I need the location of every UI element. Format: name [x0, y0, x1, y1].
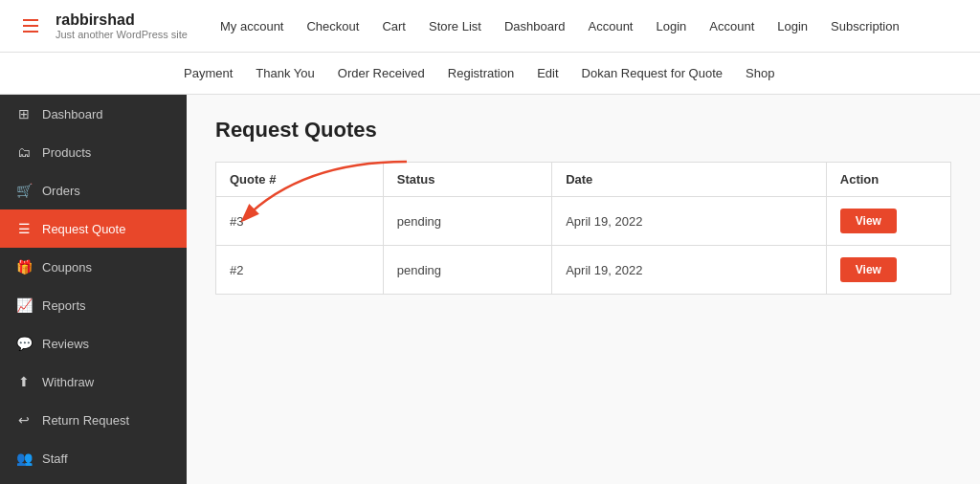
quote-status: pending: [383, 246, 551, 295]
sidebar-item-reviews[interactable]: 💬 Reviews: [0, 324, 187, 363]
nav-dashboard[interactable]: Dashboard: [493, 13, 577, 39]
sidebar: ⊞ Dashboard 🗂 Products 🛒 Orders ☰ Reques…: [0, 95, 187, 484]
view-button-1[interactable]: View: [840, 209, 897, 233]
page-title: Request Quotes: [215, 118, 951, 143]
table-row: #2 pending April 19, 2022 View: [216, 246, 951, 295]
request-quote-icon: ☰: [15, 221, 33, 236]
quote-date: April 19, 2022: [552, 197, 827, 246]
site-logo: rabbirshad Just another WordPress site: [19, 0, 209, 52]
second-nav: Payment Thank You Order Received Registr…: [0, 52, 980, 94]
sidebar-label-coupons: Coupons: [42, 260, 92, 275]
col-header-action: Action: [826, 163, 950, 197]
nav-thank-you[interactable]: Thank You: [244, 60, 325, 86]
quote-date: April 19, 2022: [552, 246, 827, 295]
sidebar-label-products: Products: [42, 145, 91, 160]
quote-action: View: [826, 246, 950, 295]
quote-number: #3: [216, 197, 384, 246]
sidebar-item-reports[interactable]: 📈 Reports: [0, 286, 187, 324]
nav-my-account[interactable]: My account: [209, 13, 295, 39]
products-icon: 🗂: [15, 144, 33, 160]
sidebar-item-staff[interactable]: 👥 Staff: [0, 439, 187, 477]
sidebar-label-dashboard: Dashboard: [42, 107, 103, 121]
sidebar-item-return-request[interactable]: ↩ Return Request: [0, 401, 187, 439]
hamburger-icon[interactable]: [19, 19, 42, 33]
top-nav: My account Checkout Cart Store List Dash…: [209, 6, 911, 47]
nav-subscription[interactable]: Subscription: [819, 13, 911, 39]
nav-account-1[interactable]: Account: [577, 13, 645, 39]
nav-order-received[interactable]: Order Received: [326, 60, 436, 86]
nav-cart[interactable]: Cart: [370, 13, 417, 39]
site-name: rabbirshad: [56, 11, 209, 29]
sidebar-label-staff: Staff: [42, 451, 68, 466]
sidebar-item-products[interactable]: 🗂 Products: [0, 133, 187, 171]
nav-payment[interactable]: Payment: [172, 60, 244, 86]
main-content: Request Quotes Quote # Status Date Actio…: [187, 95, 980, 484]
sidebar-label-return-request: Return Request: [42, 413, 129, 428]
sidebar-item-orders[interactable]: 🛒 Orders: [0, 171, 187, 209]
nav-shop[interactable]: Shop: [734, 60, 786, 86]
quotes-table: Quote # Status Date Action #3 pending Ap…: [215, 162, 951, 295]
sidebar-label-orders: Orders: [42, 184, 80, 198]
sidebar-item-withdraw[interactable]: ⬆ Withdraw: [0, 363, 187, 401]
quote-status: pending: [383, 197, 551, 246]
nav-account-2[interactable]: Account: [698, 13, 766, 39]
nav-store-list[interactable]: Store List: [417, 13, 493, 39]
nav-login-1[interactable]: Login: [644, 13, 698, 39]
sidebar-label-reviews: Reviews: [42, 337, 89, 351]
withdraw-icon: ⬆: [15, 374, 33, 389]
sidebar-item-coupons[interactable]: 🎁 Coupons: [0, 248, 187, 286]
sidebar-item-dashboard[interactable]: ⊞ Dashboard: [0, 95, 187, 133]
nav-dokan-request[interactable]: Dokan Request for Quote: [570, 60, 734, 86]
view-button-2[interactable]: View: [840, 257, 897, 282]
table-row: #3 pending April 19, 2022 View: [216, 197, 951, 246]
nav-login-2[interactable]: Login: [766, 13, 819, 39]
return-request-icon: ↩: [15, 412, 33, 428]
orders-icon: 🛒: [15, 183, 33, 198]
reviews-icon: 💬: [15, 336, 33, 351]
sidebar-item-request-quote[interactable]: ☰ Request Quote: [0, 209, 187, 248]
col-header-quote: Quote #: [216, 163, 384, 197]
sidebar-item-followers[interactable]: ♥ Followers: [0, 477, 187, 484]
coupons-icon: 🎁: [15, 259, 33, 275]
sidebar-label-reports: Reports: [42, 298, 86, 313]
nav-edit[interactable]: Edit: [525, 60, 569, 86]
sidebar-label-withdraw: Withdraw: [42, 375, 94, 389]
col-header-status: Status: [383, 163, 551, 197]
quote-action: View: [826, 197, 950, 246]
dashboard-icon: ⊞: [15, 106, 33, 121]
sidebar-label-request-quote: Request Quote: [42, 222, 125, 236]
quote-number: #2: [216, 246, 384, 295]
reports-icon: 📈: [15, 297, 33, 313]
site-tagline: Just another WordPress site: [56, 29, 209, 40]
nav-registration[interactable]: Registration: [436, 60, 525, 86]
nav-checkout[interactable]: Checkout: [295, 13, 370, 39]
col-header-date: Date: [552, 163, 827, 197]
staff-icon: 👥: [15, 451, 33, 466]
